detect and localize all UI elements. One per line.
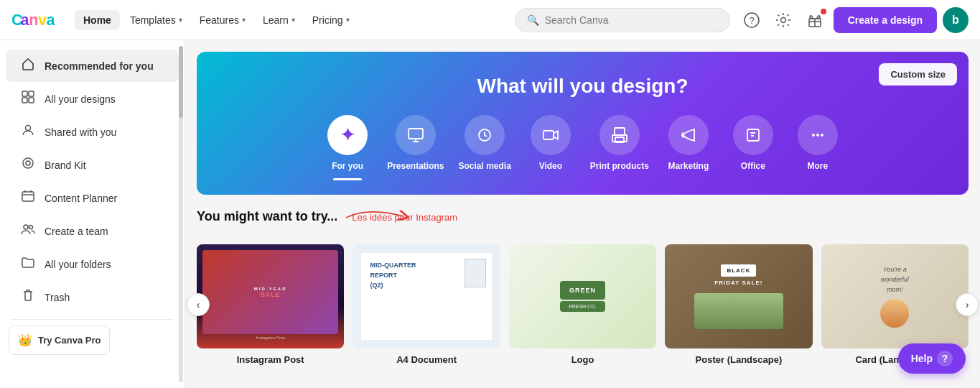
nav-templates-button[interactable]: Templates ▾ [123,10,190,30]
sidebar-item-trash[interactable]: Trash [6,281,179,313]
hero-banner: What will you design? Custom size ✦ For … [197,52,969,195]
hero-cat-marketing[interactable]: Marketing [663,115,714,171]
card-a4-document[interactable]: MID-QUARTER REPORT (Q2) A4 Document [353,244,500,365]
for-you-label: For you [332,161,363,171]
help-fab-button[interactable]: Help ? [898,343,966,374]
presentations-icon [396,115,436,155]
calendar-icon [20,189,36,207]
logo-content: GREEN FRESH CO. [509,244,656,348]
svg-text:?: ? [749,14,754,25]
learn-label: Learn [263,14,289,26]
create-design-button[interactable]: Create a design [834,7,937,33]
svg-text:v: v [38,11,47,29]
sidebar-scrollbar[interactable] [179,46,183,382]
svg-rect-19 [409,129,423,139]
card-logo-thumb: GREEN FRESH CO. [509,244,656,348]
sidebar-scrollbar-thumb [179,46,183,118]
pricing-chevron-icon: ▾ [346,16,350,24]
for-you-underline [333,178,362,180]
print-label: Print products [590,161,649,171]
nav-pricing-button[interactable]: Pricing ▾ [305,10,357,30]
avatar[interactable]: b [943,7,969,33]
social-media-icon [465,115,505,155]
crown-icon: 👑 [18,333,32,347]
card-poster-landscape[interactable]: BLACK FRIDAY SALE! Poster (Landscape) [665,244,812,365]
search-bar: 🔍 [515,8,730,32]
a4-content: MID-QUARTER REPORT (Q2) [353,244,500,348]
nav-home-button[interactable]: Home [75,10,120,30]
try-pro-button[interactable]: 👑 Try Canva Pro [9,325,110,355]
sidebar-divider [11,319,173,320]
social-media-label: Social media [458,161,510,171]
sidebar-recommended-label: Recommended for you [45,60,154,72]
sidebar-item-brand[interactable]: Brand Kit [6,149,179,181]
card-cardl-thumb: You're a wonderful mom! [821,244,969,348]
custom-size-button[interactable]: Custom size [879,63,957,86]
hero-cat-social-media[interactable]: Social media [458,115,510,171]
cards-row: ‹ MID-YEAR SALE Instagram Post Instag [197,244,969,365]
canva-logo[interactable]: C a n v a [11,10,63,30]
features-chevron-icon: ▾ [242,16,246,24]
hero-cat-video[interactable]: Video [526,115,576,171]
hero-categories: ✦ For you Presentations Social media [214,115,951,180]
section-header: You might want to try... Les idées pour … [197,209,969,234]
poster-content: BLACK FRIDAY SALE! [665,244,812,348]
svg-point-25 [812,134,815,137]
svg-rect-20 [543,131,554,139]
office-icon [733,115,773,155]
home-icon [20,57,36,75]
sidebar-shared-label: Shared with you [45,126,116,138]
help-circle-button[interactable]: ? [739,7,765,33]
team-icon [20,222,36,240]
help-fab-label: Help [911,353,933,364]
svg-rect-21 [615,128,625,135]
sidebar: Recommended for you All your designs Sha… [0,40,185,388]
svg-text:n: n [29,11,38,29]
hero-cat-for-you[interactable]: ✦ For you [322,115,373,180]
sidebar-item-content[interactable]: Content Planner [6,182,179,214]
nav-learn-button[interactable]: Learn ▾ [256,10,302,30]
card-instagram-post[interactable]: MID-YEAR SALE Instagram Post Instagram P… [197,244,344,365]
video-label: Video [539,161,562,171]
gift-button[interactable] [802,7,828,33]
svg-rect-10 [29,91,34,96]
sidebar-item-all-designs[interactable]: All your designs [6,83,179,115]
sidebar-item-recommended[interactable]: Recommended for you [6,50,179,82]
svg-text:a: a [47,11,56,29]
templates-label: Templates [130,14,176,26]
insta-card-content: MID-YEAR SALE Instagram Post [197,244,344,348]
hero-cat-print[interactable]: Print products [590,115,649,171]
features-label: Features [200,14,239,26]
card-logo-label: Logo [509,354,656,365]
search-icon: 🔍 [527,14,539,26]
hero-cat-presentations[interactable]: Presentations [387,115,444,171]
sidebar-item-shared[interactable]: Shared with you [6,116,179,148]
svg-rect-23 [747,129,759,141]
more-icon [798,115,838,155]
card-logo[interactable]: GREEN FRESH CO. Logo [509,244,656,365]
svg-point-15 [26,161,30,165]
sidebar-content-label: Content Planner [45,193,117,204]
office-label: Office [741,161,765,171]
folder-icon [20,255,36,273]
cardl-content: You're a wonderful mom! [821,244,969,348]
sidebar-item-folders[interactable]: All your folders [6,248,179,280]
hero-cat-office[interactable]: Office [728,115,778,171]
search-input[interactable] [545,14,718,26]
arrow-decoration [339,203,425,225]
cards-prev-button[interactable]: ‹ [187,293,210,316]
svg-point-13 [26,126,31,131]
brand-icon [20,156,36,174]
svg-point-14 [23,158,33,168]
card-poster-label: Poster (Landscape) [665,354,812,365]
svg-rect-11 [22,98,27,103]
learn-chevron-icon: ▾ [291,16,295,24]
shared-icon [20,123,36,141]
hero-cat-more[interactable]: More [793,115,843,171]
cards-next-button[interactable]: › [956,293,979,316]
nav-features-button[interactable]: Features ▾ [192,10,253,30]
sidebar-item-team[interactable]: Create a team [6,215,179,247]
help-fab-icon: ? [937,351,953,366]
settings-button[interactable] [770,7,796,33]
trash-icon [20,288,36,306]
